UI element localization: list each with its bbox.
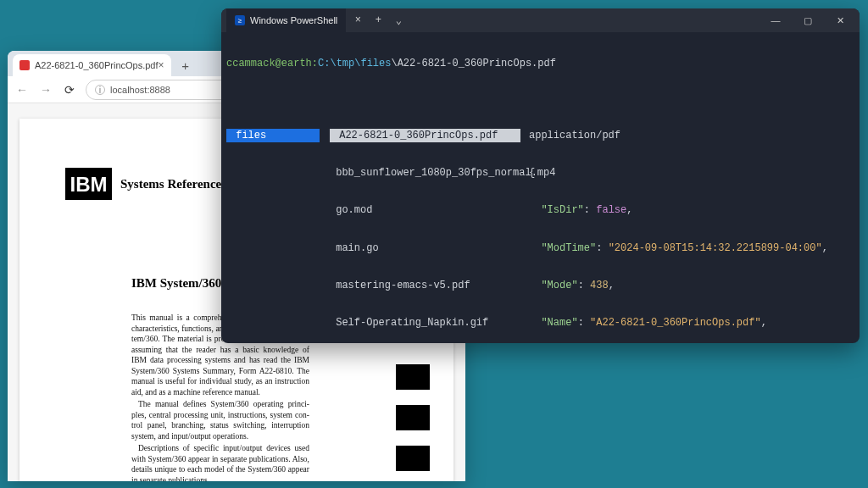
mime-type: application/pdf	[529, 129, 854, 142]
powershell-icon: ≥	[235, 15, 245, 25]
terminal-tab-label: Windows PowerShell	[250, 15, 337, 25]
terminal-window: ≥ Windows PowerShell × + ⌄ ― ▢ ✕ ccammac…	[221, 8, 860, 343]
thumb-column	[396, 364, 430, 471]
prompt-line: ccammack@earth:C:\tmp\files\A22-6821-0_3…	[226, 58, 854, 69]
dir-highlight: files	[226, 129, 320, 142]
json-open: {	[529, 166, 854, 180]
body-para: Descriptions of specific input/output de…	[131, 443, 309, 481]
thumb-block	[396, 405, 430, 430]
prompt-user: ccammack@earth	[226, 58, 312, 69]
thumb-block	[396, 446, 430, 471]
pane-preview: application/pdf { "IsDir": false, "ModTi…	[529, 105, 854, 343]
close-window-icon[interactable]: ✕	[826, 8, 854, 32]
site-info-icon[interactable]: i	[95, 85, 105, 95]
tab-title: A22-6821-0_360PrincOps.pdf	[35, 60, 159, 70]
back-icon[interactable]: ←	[14, 83, 30, 97]
list-item[interactable]: mastering-emacs-v5.pdf	[330, 279, 529, 292]
list-item[interactable]: bbb_sunflower_1080p_30fps_normal.mp4	[330, 166, 529, 180]
prompt-path: C:\tmp\files	[318, 58, 391, 69]
forward-icon[interactable]: →	[38, 83, 53, 97]
thumb-block	[396, 364, 430, 390]
ibm-logo: IBM	[65, 168, 112, 200]
terminal-titlebar[interactable]: ≥ Windows PowerShell × + ⌄ ― ▢ ✕	[221, 8, 860, 32]
pdf-favicon	[19, 60, 30, 70]
prompt-file: \A22-6821-0_360PrincOps.pdf	[391, 58, 555, 69]
close-icon[interactable]: ×	[159, 59, 164, 71]
close-tab-icon[interactable]: ×	[349, 14, 366, 26]
body-para: The manual defines System/360 operating …	[131, 399, 309, 441]
pane-files[interactable]: A22-6821-0_360PrincOps.pdf bbb_sunflower…	[330, 105, 529, 343]
new-tab-icon[interactable]: +	[370, 14, 387, 26]
file-highlight: A22-6821-0_360PrincOps.pdf	[330, 129, 520, 142]
list-item[interactable]: go.mod	[330, 203, 529, 217]
prompt-sep: :	[312, 58, 318, 69]
terminal-body[interactable]: ccammack@earth:C:\tmp\files\A22-6821-0_3…	[221, 32, 860, 343]
pane-parent[interactable]: files	[226, 105, 330, 343]
tab-dropdown-icon[interactable]: ⌄	[390, 14, 407, 27]
json-line: "Name": "A22-6821-0_360PrincOps.pdf",	[529, 316, 854, 330]
browser-tab[interactable]: A22-6821-0_360PrincOps.pdf ×	[13, 54, 171, 76]
json-line: "Mode": 438,	[529, 279, 854, 292]
reload-icon[interactable]: ⟳	[62, 83, 77, 97]
minimize-icon[interactable]: ―	[761, 8, 790, 32]
url-text: localhost:8888	[110, 85, 170, 95]
list-item[interactable]: Self-Operating_Napkin.gif	[330, 316, 529, 330]
new-tab-button[interactable]: +	[176, 56, 195, 75]
terminal-tab[interactable]: ≥ Windows PowerShell	[226, 8, 346, 32]
json-line: "ModTime": "2024-09-08T15:14:32.2215899-…	[529, 241, 854, 255]
maximize-icon[interactable]: ▢	[793, 8, 822, 32]
json-line: "IsDir": false,	[529, 203, 854, 217]
list-item[interactable]: main.go	[330, 241, 529, 255]
lf-panes: files A22-6821-0_360PrincOps.pdf bbb_sun…	[226, 105, 854, 343]
